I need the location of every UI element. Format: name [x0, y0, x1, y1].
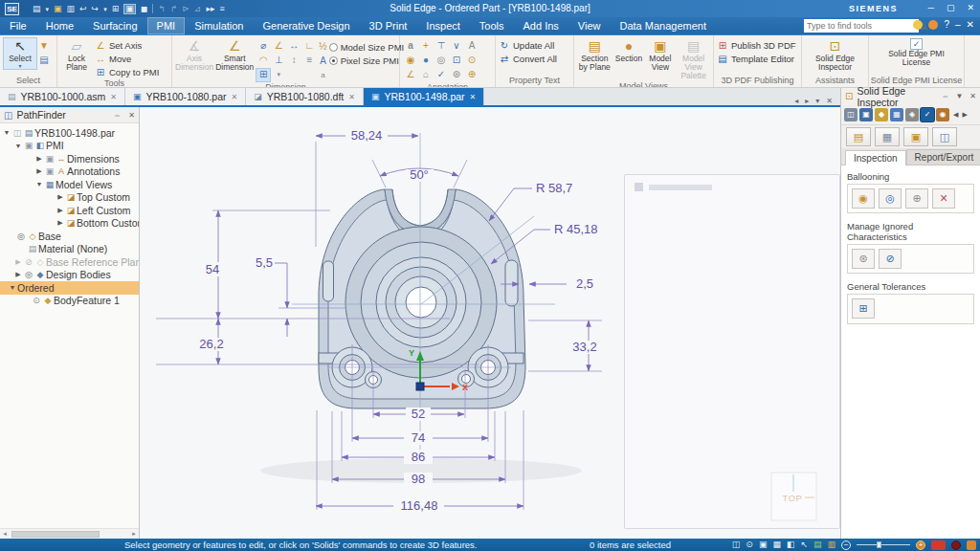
- sensors-tab-icon[interactable]: ▣: [859, 108, 873, 121]
- doc-tab-yrb100-1080-dft[interactable]: ◪ YRB100-1080.dft ✕: [246, 88, 364, 105]
- weld-symbol-icon[interactable]: ⊤: [434, 39, 449, 54]
- equal-dimension-icon[interactable]: ≡: [301, 54, 317, 68]
- tab-close-icon[interactable]: ✕: [348, 93, 355, 101]
- tab-file[interactable]: File: [0, 17, 36, 34]
- select-arrow-icon[interactable]: ↖: [800, 540, 808, 549]
- step-icon[interactable]: ⊿: [194, 5, 202, 13]
- renumber-balloons-button[interactable]: ⊕: [905, 188, 928, 209]
- copy-to-pmi-button[interactable]: ⊞ Copy to PMI: [95, 66, 159, 78]
- tree-item-root[interactable]: ▼ ◫ ▤ YRB100-1498.par: [0, 126, 139, 140]
- tab-scroll-right-icon[interactable]: ▸: [805, 97, 809, 105]
- stop-button[interactable]: [951, 540, 961, 550]
- tab-tools[interactable]: Tools: [470, 17, 514, 34]
- fraction-style-icon[interactable]: ½: [319, 40, 326, 54]
- tree-item-bodyfeature-1[interactable]: ⊙ ◆ BodyFeature 1: [0, 295, 139, 308]
- fast-forward-icon[interactable]: ▸▸: [206, 5, 214, 13]
- table-button[interactable]: ▦: [875, 127, 900, 146]
- update-all-button[interactable]: ↻ Update All: [499, 39, 557, 52]
- open-folder-icon[interactable]: ▥: [827, 540, 835, 549]
- tree-item-material[interactable]: ▤ Material (None): [0, 243, 139, 256]
- select-button[interactable]: ↖ Select ▾: [3, 37, 37, 70]
- play-icon[interactable]: ⊳: [182, 5, 189, 13]
- inspector-tab-icon[interactable]: ✓: [921, 108, 934, 121]
- text-small-icon[interactable]: a: [319, 69, 326, 82]
- dim-height-5-5[interactable]: 5,5: [256, 255, 273, 270]
- tab-view[interactable]: View: [568, 17, 611, 34]
- expand-icon[interactable]: ▶: [34, 167, 44, 175]
- expand-icon[interactable]: ▶: [34, 155, 44, 163]
- normal-dimension-icon[interactable]: ⊥: [271, 54, 286, 68]
- zoom-in-button[interactable]: +: [916, 540, 925, 550]
- inspector-close-icon[interactable]: ✕: [969, 92, 976, 100]
- symbol-library-icon[interactable]: ⊛: [449, 68, 464, 82]
- tree-item-base-reference-planes[interactable]: ▶ ⊘ ◇ Base Reference Planes: [0, 255, 139, 269]
- tab-list-icon[interactable]: ▾: [815, 97, 819, 105]
- expand-icon[interactable]: ▶: [13, 271, 23, 278]
- dim-width-98[interactable]: 98: [412, 472, 425, 486]
- pathfinder-hscrollbar[interactable]: ◂ ▸: [0, 528, 139, 539]
- collapse-icon[interactable]: ▼: [34, 181, 44, 187]
- scroll-left-icon[interactable]: ◂: [0, 530, 10, 538]
- notifications-icon[interactable]: [928, 20, 938, 30]
- dim-width-top[interactable]: 58,24: [351, 128, 383, 143]
- surface-finish-icon[interactable]: ∨: [449, 39, 464, 54]
- strip-scroll-left-icon[interactable]: ◀: [953, 111, 958, 119]
- tab-inspection[interactable]: Inspection: [845, 150, 906, 165]
- bolt-circle-icon[interactable]: ⊕: [464, 68, 479, 82]
- template-editor-button[interactable]: ▤ Template Editor: [717, 53, 796, 65]
- visibility-eye-icon[interactable]: ◎: [23, 270, 34, 279]
- tab-add-ins[interactable]: Add Ins: [514, 17, 568, 34]
- part-geometry[interactable]: [319, 189, 525, 408]
- user-avatar-icon[interactable]: [913, 20, 923, 30]
- pathfinder-close-icon[interactable]: ✕: [128, 111, 135, 120]
- ribbon-minimize-icon[interactable]: –: [955, 20, 961, 30]
- diameter-dimension-icon[interactable]: ⌀: [256, 39, 271, 54]
- check-annotation-icon[interactable]: ✓: [434, 68, 449, 82]
- tree-item-annotations[interactable]: ▶ ▣ A Annotations: [0, 165, 139, 179]
- zoom-window-icon[interactable]: ⊙: [746, 540, 753, 549]
- redo-dropdown-icon[interactable]: ▾: [103, 6, 107, 12]
- tree-item-left-custom[interactable]: ▶ ◪ Left Custom: [0, 204, 139, 217]
- tab-data-management[interactable]: Data Management: [610, 17, 716, 34]
- keyshot-tab-icon[interactable]: ◆: [875, 108, 888, 121]
- tab-close-icon[interactable]: ✕: [470, 93, 477, 101]
- prev-feature-icon[interactable]: ↰: [158, 5, 166, 13]
- pmi-license-button[interactable]: ✓ Solid Edge PMI License: [887, 37, 947, 67]
- doc-tab-yrb100-1000-asm[interactable]: ▤ YRB100-1000.asm ✕: [0, 88, 125, 105]
- checkbox-icon[interactable]: ▣: [44, 154, 56, 164]
- add-balloon-button[interactable]: ◉: [852, 188, 875, 209]
- tab-generative-design[interactable]: Generative Design: [253, 17, 359, 34]
- tree-item-model-views[interactable]: ▼ ▦ Model Views: [0, 178, 139, 191]
- dim-angle[interactable]: 50°: [410, 167, 429, 182]
- zoom-slider-handle[interactable]: [877, 541, 881, 548]
- delete-balloons-button[interactable]: ✕: [932, 188, 955, 209]
- style-toggle-icon[interactable]: ▣: [123, 4, 136, 14]
- tab-close-icon[interactable]: ✕: [232, 93, 238, 101]
- options-button[interactable]: [967, 540, 976, 550]
- tab-home[interactable]: Home: [36, 17, 83, 34]
- angle-dimension-icon[interactable]: ∠: [271, 39, 286, 54]
- lock-plane-button[interactable]: ▱ Lock Plane: [60, 37, 93, 72]
- visibility-eye-icon[interactable]: ◎: [15, 231, 27, 241]
- record-button[interactable]: [931, 540, 946, 550]
- tree-item-pmi[interactable]: ▼ ▣ ◧ PMI: [0, 140, 139, 153]
- grid-icon[interactable]: ⊞: [112, 5, 120, 13]
- help-icon[interactable]: ?: [944, 20, 949, 30]
- tab-bar-close-icon[interactable]: ✕: [826, 97, 833, 105]
- balloon-icon[interactable]: ◉: [403, 54, 418, 68]
- text-size-icon[interactable]: A: [319, 55, 326, 68]
- restore-characteristic-button[interactable]: ⊘: [879, 249, 902, 269]
- expand-icon[interactable]: ▶: [56, 207, 65, 214]
- leader-icon[interactable]: +: [418, 39, 434, 54]
- tree-item-dimensions[interactable]: ▶ ▣ ↔ Dimensions: [0, 152, 139, 165]
- arc-dimension-icon[interactable]: ◠: [256, 54, 271, 68]
- callout-icon[interactable]: ●: [418, 54, 434, 68]
- center-mark-icon[interactable]: ⌂: [418, 68, 434, 82]
- sheet-icon[interactable]: ▣: [759, 540, 768, 549]
- dim-width-52[interactable]: 52: [412, 407, 425, 421]
- collapse-icon[interactable]: ▼: [13, 143, 23, 149]
- zoom-out-button[interactable]: −: [841, 540, 851, 550]
- feature-frame-icon[interactable]: ⊡: [449, 54, 464, 68]
- model-size-pmi-radio[interactable]: Model Size PMI: [329, 41, 405, 53]
- text-frame-icon[interactable]: A: [464, 39, 479, 54]
